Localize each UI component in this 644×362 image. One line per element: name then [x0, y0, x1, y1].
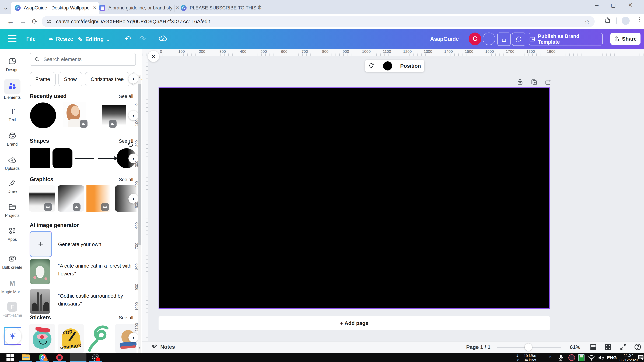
clock[interactable]: 11:34 05/12/2024	[620, 353, 638, 362]
maximize-button[interactable]: ▢	[611, 2, 616, 8]
chrome-profile1-icon[interactable]	[39, 354, 46, 361]
recently-used-see-all[interactable]: See all	[119, 94, 133, 99]
chips-scroll-right-icon[interactable]: ›	[128, 74, 138, 84]
add-page-button[interactable]: + Add page	[158, 316, 550, 330]
tray-green-app-icon[interactable]	[578, 354, 584, 361]
duplicate-page-icon[interactable]	[530, 78, 538, 86]
notes-button[interactable]: Notes	[151, 344, 175, 350]
lock-icon[interactable]	[516, 78, 524, 86]
sidebar-item-projects[interactable]: Projects	[0, 202, 24, 218]
ai-prompt-cat-label[interactable]: “A cute anime cat in a forest with flowe…	[58, 262, 133, 278]
chip-christmas-tree[interactable]: Christmas tree	[85, 72, 129, 86]
stickers-see-all[interactable]: See all	[119, 315, 133, 321]
home-menu-icon[interactable]	[8, 35, 16, 42]
stickers-scroll-right-icon[interactable]: ›	[128, 333, 138, 343]
graphics-see-all[interactable]: See all	[119, 177, 133, 182]
profile-avatar[interactable]	[622, 17, 630, 25]
search-elements-box[interactable]	[30, 53, 136, 66]
file-menu[interactable]: File	[26, 36, 36, 42]
scrollbar-down-icon[interactable]: ▼	[138, 346, 141, 350]
shape-square[interactable]	[30, 148, 50, 168]
position-button[interactable]: Position	[400, 63, 421, 69]
insights-button[interactable]	[497, 32, 511, 46]
shape-rounded-square[interactable]	[52, 148, 72, 168]
search-input[interactable]	[43, 56, 131, 62]
sidebar-item-fontframe[interactable]: F FontFrame	[0, 302, 24, 318]
ai-prompt-castle-label[interactable]: “Gothic castle surrounded by dinosaurs”	[58, 292, 133, 308]
browser-tab-2[interactable]: ▦ A brand guideline, or brand sty ✕	[96, 2, 180, 14]
redo-icon[interactable]: ↷	[139, 34, 146, 43]
chip-frame[interactable]: Frame	[30, 72, 56, 86]
running-indicator	[36, 361, 49, 362]
shape-line[interactable]	[75, 158, 94, 159]
sidebar-item-apps[interactable]: Apps	[0, 226, 24, 242]
new-tab-button[interactable]: +	[258, 3, 262, 11]
sidebar-item-bulk-create[interactable]: Bulk create	[0, 254, 24, 270]
sidebar-item-text[interactable]: T Text	[0, 106, 24, 122]
generate-your-own-button[interactable]: +	[30, 231, 52, 257]
url-text[interactable]: canva.com/design/DAGXFBBoiYg/0U8xD9Q6AHZ…	[56, 19, 210, 24]
ai-prompt-castle-thumb[interactable]	[30, 289, 50, 314]
tray-opera-icon[interactable]	[568, 354, 575, 361]
share-button[interactable]: Share	[610, 33, 640, 45]
generate-your-own-label[interactable]: Generate your own	[58, 240, 101, 248]
sticker-for-revision-thumb[interactable]: FOR REVISION	[58, 324, 84, 353]
resize-button[interactable]: Resize	[49, 36, 73, 42]
sidebar-item-brand[interactable]: co Brand	[0, 131, 24, 147]
undo-icon[interactable]: ↶	[124, 34, 131, 43]
fullscreen-icon[interactable]	[620, 343, 627, 352]
wifi-icon[interactable]	[588, 354, 595, 362]
close-panel-button[interactable]: ✕	[148, 51, 159, 62]
help-icon[interactable]	[634, 343, 642, 352]
browser-tab-3[interactable]: C PLEASE SUBSCRIBE TO THIS CH ✕	[177, 2, 262, 14]
add-comment-icon[interactable]	[368, 63, 375, 69]
file-explorer-icon[interactable]	[22, 354, 30, 361]
ai-assistant-button[interactable]	[4, 327, 21, 345]
language-indicator[interactable]: ENG	[607, 355, 617, 361]
publish-brand-template-button[interactable]: Publish as Brand Template	[529, 33, 603, 45]
reload-icon[interactable]: ⟳	[32, 17, 38, 25]
minimize-button[interactable]: –	[595, 1, 598, 9]
microphone-icon[interactable]	[558, 354, 564, 362]
ai-prompt-cat-thumb[interactable]	[30, 259, 50, 284]
bookmark-star-icon[interactable]: ☆	[584, 18, 590, 25]
design-page[interactable]	[158, 87, 550, 309]
fill-color-swatch[interactable]	[383, 61, 392, 70]
chip-snow[interactable]: Snow	[58, 72, 82, 86]
opera-icon[interactable]	[56, 354, 63, 361]
editing-mode-dropdown[interactable]: ✎ Editing ⌄	[78, 36, 110, 43]
start-button[interactable]	[6, 354, 14, 361]
sticker-santa-thumb[interactable]	[29, 324, 55, 353]
sidebar-item-design[interactable]: Design	[0, 56, 24, 72]
sticker-green-spiral-thumb[interactable]	[86, 323, 113, 353]
shape-arrow[interactable]	[97, 154, 118, 163]
recent-black-circle-thumb[interactable]	[30, 102, 56, 128]
sidebar-item-magic-morph[interactable]: M Magic Mor...	[0, 278, 24, 294]
network-speed: U:19 kB/s D:34 kB/s	[516, 354, 536, 362]
grid-view-pages-icon[interactable]	[590, 343, 597, 352]
speaker-icon[interactable]	[598, 354, 604, 362]
sidebar-item-draw[interactable]: Draw	[0, 178, 24, 194]
browser-tab-1[interactable]: C AsapGuide - Desktop Wallpape ✕	[11, 2, 99, 14]
sidebar-item-uploads[interactable]: Uploads	[0, 155, 24, 171]
tab-search-dropdown-icon[interactable]: ⌄	[3, 4, 8, 11]
comments-button[interactable]	[512, 32, 525, 46]
svg-text:co: co	[10, 135, 14, 138]
sidebar-item-elements[interactable]: Elements	[0, 79, 24, 100]
close-window-button[interactable]: ✕	[628, 2, 632, 8]
grid-view-icon[interactable]	[604, 343, 612, 352]
zoom-slider-thumb[interactable]	[525, 344, 532, 351]
forward-icon[interactable]: →	[20, 17, 26, 25]
back-icon[interactable]: ←	[7, 17, 14, 25]
account-avatar[interactable]: C	[469, 32, 481, 45]
scrollbar-up-icon[interactable]: ▲	[138, 75, 141, 79]
browser-menu-icon[interactable]: ⋮	[637, 16, 642, 23]
notifications-icon[interactable]	[638, 354, 644, 361]
add-page-icon[interactable]	[544, 78, 552, 86]
extensions-icon[interactable]	[604, 17, 611, 24]
invite-member-button[interactable]: +	[483, 32, 495, 45]
obs-icon[interactable]	[92, 354, 100, 361]
recent-scroll-right-icon[interactable]: ›	[128, 110, 138, 120]
url-pill[interactable]: canva.com/design/DAGXFBBoiYg/0U8xD9Q6AHZ…	[42, 16, 595, 27]
tray-expand-icon[interactable]: ^	[549, 355, 552, 360]
